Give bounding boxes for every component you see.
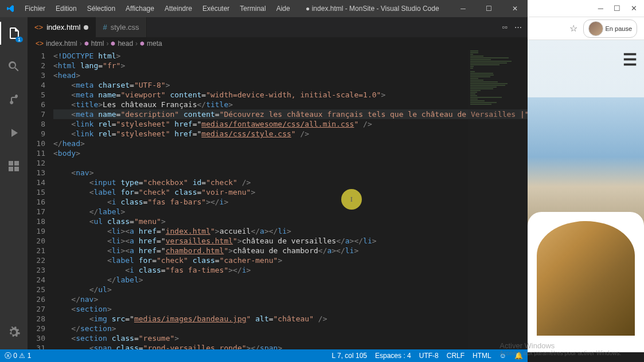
code-line[interactable]: <section class="resume"> [53, 333, 528, 343]
content-card [528, 212, 644, 352]
menu-bar: FichierEditionSélectionAffichageAtteindr… [20, 5, 295, 13]
code-line[interactable]: <meta name="viewport" content="width=dev… [53, 90, 528, 100]
hamburger-menu-icon[interactable]: ☰ [623, 50, 637, 69]
close-button[interactable]: ✕ [502, 5, 528, 13]
status-indentation[interactable]: Espaces : 4 [375, 352, 411, 360]
code-line[interactable]: </label> [53, 275, 528, 285]
editor-tabs: <>index.html#style.css ▫▫ ⋯ [28, 17, 528, 37]
code-line[interactable]: <input type="checkbox" id="check" /> [53, 178, 528, 187]
rounded-image [537, 221, 635, 336]
symbol-icon: ⬢ [84, 41, 89, 46]
code-line[interactable]: <i class="fas fa-bars"></i> [53, 197, 528, 207]
status-cursor-position[interactable]: L 7, col 105 [331, 352, 367, 360]
code-line[interactable]: <label for="check" class="voir-menu"> [53, 187, 528, 197]
code-line[interactable]: <label for="check" class="cacher-menu"> [53, 255, 528, 265]
code-line[interactable]: <html lang="fr"> [53, 61, 528, 70]
menu-atteindre[interactable]: Atteindre [160, 5, 197, 13]
code-line[interactable] [53, 158, 528, 168]
code-editor[interactable]: 1234567891011121314151617181920212223242… [28, 50, 528, 349]
code-line[interactable]: <link rel="stylesheet" href="medias/font… [53, 119, 528, 129]
tab-style-css[interactable]: #style.css [96, 17, 146, 37]
symbol-icon: ⬢ [140, 41, 145, 46]
code-line[interactable]: <link rel="stylesheet" href="medias/css/… [53, 129, 528, 139]
breadcrumb-item[interactable]: index.html [46, 40, 77, 48]
menu-aide[interactable]: Aide [272, 5, 295, 13]
titlebar: FichierEditionSélectionAffichageAtteindr… [0, 0, 528, 17]
code-line[interactable]: </ul> [53, 285, 528, 294]
code-line[interactable]: <title>Les châteaux Français</title> [53, 100, 528, 109]
code-line[interactable]: <li><a href="chambord.html">château de c… [53, 246, 528, 255]
explorer-icon[interactable]: 1 [0, 22, 28, 45]
menu-fichier[interactable]: Fichier [20, 5, 50, 13]
code-line[interactable]: <head> [53, 70, 528, 80]
symbol-icon: ⬢ [111, 41, 115, 46]
chevron-right-icon: › [80, 40, 82, 48]
avatar [588, 21, 603, 36]
profile-pause-button[interactable]: En pause [583, 19, 637, 38]
split-editor-icon[interactable]: ▫▫ [502, 23, 508, 32]
source-control-icon[interactable] [0, 88, 28, 111]
status-eol[interactable]: CRLF [447, 352, 465, 360]
breadcrumb-item[interactable]: html [91, 40, 104, 48]
code-line[interactable]: </nav> [53, 294, 528, 304]
code-line[interactable]: </head> [53, 139, 528, 148]
browser-close-button[interactable]: ✕ [631, 4, 637, 13]
browser-page[interactable]: ☰ [528, 40, 644, 352]
code-line[interactable]: <meta name="description" content="Découv… [53, 109, 528, 119]
code-line[interactable]: <nav> [53, 168, 528, 178]
chevron-right-icon: › [106, 40, 108, 48]
explorer-badge: 1 [15, 37, 23, 42]
status-notifications-icon[interactable]: 🔔 [514, 352, 523, 360]
code-line[interactable]: <span class="rond-versailles ronde"></sp… [53, 343, 528, 349]
tab-label: style.css [111, 23, 139, 32]
code-line[interactable]: <ul class="menu"> [53, 217, 528, 226]
maximize-button[interactable]: ☐ [476, 5, 502, 13]
css-file-icon: # [103, 23, 107, 32]
code-line[interactable]: <section> [53, 304, 528, 314]
chevron-right-icon: › [135, 40, 138, 48]
menu-affichage[interactable]: Affichage [121, 5, 159, 13]
code-line[interactable]: <li><a href="versailles.html">château de… [53, 236, 528, 246]
browser-minimize-button[interactable]: ─ [598, 4, 603, 13]
breadcrumbs[interactable]: <>index.html›⬢html›⬢head›⬢meta [28, 37, 528, 50]
menu-sélection[interactable]: Sélection [83, 5, 120, 13]
browser-maximize-button[interactable]: ☐ [614, 4, 620, 13]
breadcrumb-item[interactable]: head [118, 40, 133, 48]
code-line[interactable]: <body> [53, 148, 528, 158]
window-title: ● index.html - MonSite - Visual Studio C… [295, 5, 450, 13]
status-language[interactable]: HTML [473, 352, 491, 360]
vscode-logo-icon [0, 4, 20, 13]
search-icon[interactable] [0, 55, 28, 78]
status-feedback-icon[interactable]: ☺ [499, 352, 506, 360]
menu-edition[interactable]: Edition [51, 5, 81, 13]
tab-index-html[interactable]: <>index.html [28, 17, 96, 37]
code-line[interactable]: <img src="medias/images/bandeau.jpg" alt… [53, 314, 528, 324]
code-line[interactable]: <!DOCTYPE html> [53, 51, 528, 61]
bookmark-star-icon[interactable]: ☆ [569, 23, 577, 34]
tab-label: index.html [46, 23, 80, 32]
status-bar: ⓧ 0 ⚠ 1 L 7, col 105 Espaces : 4 UTF-8 C… [0, 349, 528, 362]
status-encoding[interactable]: UTF-8 [419, 352, 439, 360]
code-line[interactable]: </label> [53, 207, 528, 217]
status-errors[interactable]: ⓧ 0 ⚠ 1 [5, 351, 31, 361]
code-line[interactable]: <li><a href="index.html">accueil</a></li… [53, 226, 528, 236]
menu-terminal[interactable]: Terminal [235, 5, 270, 13]
minimize-button[interactable]: ─ [450, 5, 476, 13]
code-line[interactable]: </section> [53, 324, 528, 333]
menu-exécuter[interactable]: Exécuter [198, 5, 234, 13]
modified-dot-icon [84, 25, 88, 30]
settings-gear-icon[interactable] [0, 321, 28, 344]
more-actions-icon[interactable]: ⋯ [514, 23, 522, 32]
code-line[interactable]: <meta charset="UTF-8"> [53, 80, 528, 90]
minimap[interactable] [468, 50, 520, 349]
breadcrumb-item[interactable]: meta [147, 40, 162, 48]
code-line[interactable]: <i class="fas fa-times"></i> [53, 265, 528, 275]
browser-window: ─ ☐ ✕ ☆ En pause ☰ [528, 0, 644, 352]
run-debug-icon[interactable] [0, 121, 28, 144]
html-file-icon: <> [36, 40, 44, 48]
html-file-icon: <> [34, 23, 43, 32]
activity-bar: 1 [0, 17, 28, 349]
extensions-icon[interactable] [0, 155, 28, 178]
